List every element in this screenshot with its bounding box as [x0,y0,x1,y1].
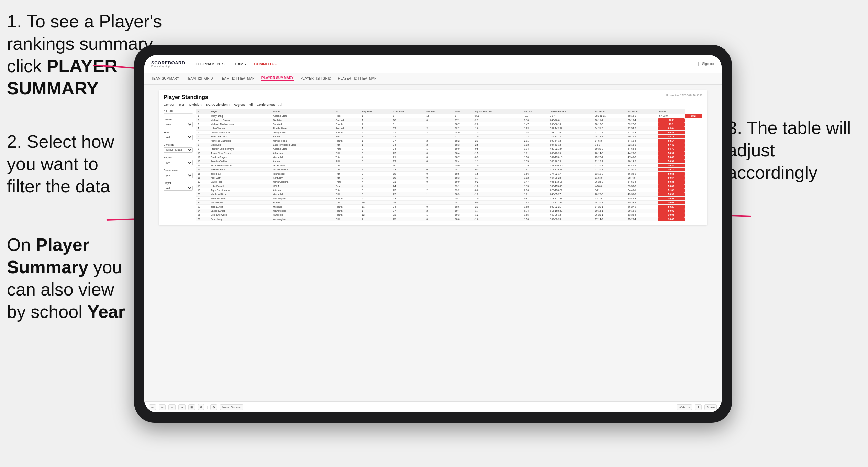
share-button[interactable]: Share [704,404,717,410]
table-cell-19-8: -1.2 [473,192,523,197]
grid-button[interactable]: ⊞ [188,404,195,410]
table-cell-3-12: 63-54-6 [626,126,658,131]
filter-label-conference: Conference [164,169,193,172]
filter-section-gender: Gender Men [164,118,193,127]
table-cell-18-13: 51.81 [658,188,685,192]
table-cell-22-9: 1.68 [523,205,548,209]
navbar-right: | Sign out [698,62,715,66]
filter-conference: Conference: All [257,103,282,107]
table-cell-15-9: 1.92 [523,176,548,180]
view-original-button[interactable]: View: Original [220,404,243,410]
table-cell-13-5: 23 [392,168,425,172]
table-row: 24Bastien AmatNew MexicoFourth127269.4-1… [196,209,702,213]
filter-select-region[interactable]: N/A [164,160,193,165]
table-row: 1Wenyi DingArizona StateFirst1115167.1-3… [196,114,702,118]
table-cell-4-10: 533-57-16 [549,131,593,135]
table-cell-14-10: 377-82-17 [549,172,593,176]
table-cell-6-1: Nicholas Gabrelcik [209,139,271,143]
table-cell-18-11: 8-21-1 [593,188,626,192]
table-cell-9-11: 20-14-5 [593,151,626,155]
table-cell-17-10: 500-155-30 [549,184,593,188]
table-cell-1-7: 67.1 [454,118,473,122]
table-cell-21-0: 22 [196,201,209,205]
table-cell-24-4: 12 [360,213,392,217]
table-cell-16-0: 17 [196,180,209,184]
sub-nav-team-h2h-heatmap[interactable]: TEAM H2H HEATMAP [220,77,255,80]
sub-nav-team-summary[interactable]: TEAM SUMMARY [151,77,179,80]
table-cell-10-4: 4 [360,155,392,159]
table-cell-9-13: 54.92 [658,151,685,155]
settings-button[interactable]: ⚙ [210,404,217,410]
table-row: 15Jake HallTennesseeFifth718068.5-1.51.6… [196,172,702,176]
table-cell-20-0: 21 [196,197,209,201]
table-cell-24-7: 69.3 [454,213,473,217]
scoreboard-logo: SCOREBOARD Powered by clippi [151,60,185,67]
sub-nav-player-h2h-heatmap[interactable]: PLAYER H2H HEATMAP [338,77,377,80]
filter-select-year[interactable]: (All) [164,135,193,140]
nav-committee[interactable]: COMMITTEE [254,62,277,66]
table-cell-8-5: 24 [392,147,425,151]
export-button[interactable]: ⬆ [695,404,702,410]
table-cell-24-1: Cole Sherwood [209,213,271,217]
sub-nav-player-summary[interactable]: PLAYER SUMMARY [261,76,294,81]
col-points: Points [658,109,685,114]
table-cell-7-9: 1.93 [523,143,548,147]
table-cell-6-3: Fourth [334,139,360,143]
table-cell-6-9: 2.01 [523,139,548,143]
nav-tournaments[interactable]: TOURNAMENTS [196,62,225,66]
table-cell-6-6: 2 [425,139,454,143]
table-cell-14-2: Tennessee [271,172,334,176]
table-cell-18-12: 24-45-1 [626,188,658,192]
sub-nav-player-h2h-grid[interactable]: PLAYER H2H GRID [301,77,331,80]
table-cell-2-4: 2 [360,122,392,126]
table-cell-5-12: 50-16-9 [626,135,658,139]
table-cell-25-4: 7 [360,217,392,221]
table-cell-1-6: 0 [425,118,454,122]
watch-button[interactable]: Watch ▾ [677,404,692,410]
forward-button[interactable]: → [178,404,186,410]
table-cell-17-9: 1.13 [523,184,548,188]
table-cell-6-5: 27 [392,139,425,143]
table-cell-23-11: 10-15-1 [593,209,626,213]
table-cell-19-11: 20-25-6 [593,192,626,197]
table-cell-8-2: Arizona State [271,147,334,151]
table-cell-3-13: 68.04 [658,126,685,131]
table-cell-0-6: 15 [425,114,454,118]
copy-button[interactable]: ⧉ [198,404,204,410]
table-cell-19-0: 20 [196,192,209,197]
table-cell-8-13: 56.77 [658,147,685,151]
nav-teams[interactable]: TEAMS [233,62,246,66]
filter-select-player[interactable]: (All) [164,186,193,191]
table-cell-12-5: 30 [392,164,425,168]
table-cell-20-1: Taehoon Song [209,197,271,201]
table-cell-6-8: -2.3 [473,139,523,143]
table-row: 26Petr HrubyWashingtonFifth725068.6-1.61… [196,217,702,221]
filter-slider-nords[interactable] [164,113,193,114]
filter-select-gender[interactable]: Men [164,122,193,127]
table-cell-22-2: Missouri [271,205,334,209]
table-cell-14-1: Jake Hall [209,172,271,176]
filter-select-conference[interactable]: (All) [164,173,193,178]
table-cell-23-7: 69.4 [454,209,473,213]
table-cell-17-0: 18 [196,184,209,188]
table-cell-25-3: Fifth [334,217,360,221]
table-cell-15-10: 467-29-23 [549,176,593,180]
table-cell-15-13: 50.54 [658,176,685,180]
table-cell-18-9: 0.96 [523,188,548,192]
table-cell-18-7: 69.2 [454,188,473,192]
table-cell-17-1: Luke Powell [209,184,271,188]
table-cell-16-7: 69.0 [454,180,473,184]
sub-nav-team-h2h-grid[interactable]: TEAM H2H GRID [186,77,213,80]
table-cell-9-5: 23 [392,151,425,155]
table-cell-5-11: 28-12-7 [593,135,626,139]
table-cell-4-1: Christo Lamprecht [209,131,271,135]
filter-select-division[interactable]: NCAA Division I [164,147,193,153]
table-cell-15-6: 0 [425,176,454,180]
redo-button[interactable]: ↪ [159,404,166,410]
table-cell-0-11: 381-61-11 [593,114,626,118]
undo-button[interactable]: ↩ [149,404,156,410]
table-cell-14-0: 15 [196,172,209,176]
back-button[interactable]: ← [168,404,176,410]
sign-out-link[interactable]: Sign out [702,62,715,66]
table-cell-2-10: 258-96-13 [549,122,593,126]
